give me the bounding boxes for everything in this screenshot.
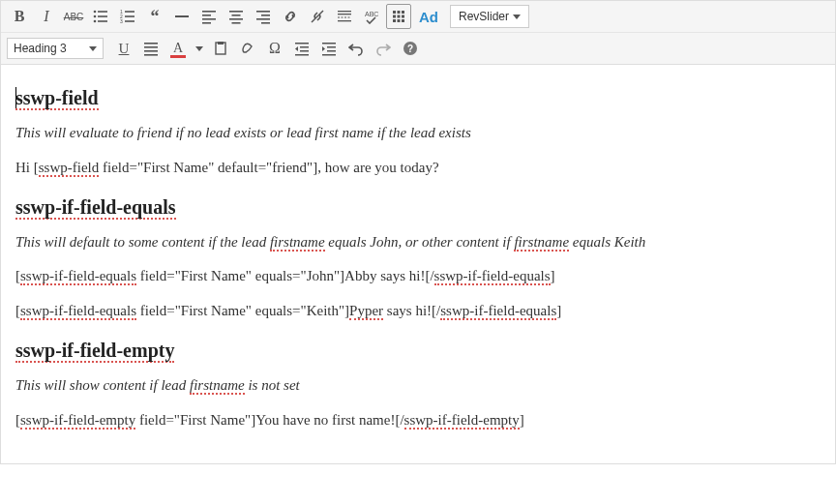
- svg-rect-23: [256, 18, 270, 20]
- svg-rect-16: [202, 22, 211, 24]
- svg-rect-50: [322, 43, 336, 44]
- svg-rect-46: [295, 43, 309, 44]
- svg-rect-19: [229, 18, 243, 20]
- svg-point-4: [94, 20, 97, 23]
- help-button[interactable]: ?: [398, 36, 423, 61]
- paragraph: This will show content if lead firstname…: [15, 375, 821, 397]
- align-center-button[interactable]: [224, 4, 249, 29]
- svg-rect-17: [229, 11, 243, 13]
- svg-rect-51: [327, 46, 336, 48]
- read-more-button[interactable]: [332, 4, 357, 29]
- svg-rect-52: [327, 50, 336, 52]
- svg-rect-37: [393, 19, 396, 22]
- svg-rect-20: [232, 22, 241, 24]
- hr-button[interactable]: [169, 4, 194, 29]
- indent-button[interactable]: [316, 36, 342, 61]
- bullet-list-button[interactable]: [88, 4, 113, 29]
- paragraph: [sswp-if-field-equals field="First Name"…: [15, 301, 821, 322]
- chevron-down-icon: [89, 46, 97, 51]
- svg-rect-34: [393, 15, 396, 18]
- svg-rect-53: [322, 54, 336, 56]
- special-char-button[interactable]: Ω: [262, 36, 287, 61]
- editor-content[interactable]: sswp-field This will evaluate to friend …: [0, 65, 836, 464]
- svg-text:ABC: ABC: [365, 11, 378, 17]
- svg-rect-29: [338, 20, 351, 21]
- heading-sswp-field: sswp-field: [15, 87, 821, 109]
- outdent-button[interactable]: [289, 36, 314, 61]
- svg-rect-5: [98, 20, 107, 22]
- svg-rect-11: [125, 20, 134, 22]
- svg-rect-35: [398, 15, 401, 18]
- blockquote-button[interactable]: “: [142, 4, 167, 29]
- svg-text:3: 3: [120, 18, 123, 24]
- svg-line-25: [312, 11, 323, 22]
- svg-rect-42: [144, 50, 158, 52]
- svg-rect-24: [261, 22, 270, 24]
- redo-button[interactable]: [371, 36, 396, 61]
- svg-point-0: [94, 11, 97, 14]
- svg-rect-27: [338, 14, 351, 15]
- align-right-button[interactable]: [251, 4, 276, 29]
- svg-rect-38: [398, 19, 401, 22]
- underline-button[interactable]: U: [111, 36, 136, 61]
- svg-rect-1: [98, 11, 107, 13]
- svg-rect-32: [398, 11, 401, 14]
- svg-rect-22: [261, 15, 270, 16]
- text-color-arrow[interactable]: [193, 36, 206, 61]
- svg-rect-45: [218, 42, 224, 44]
- paragraph: [sswp-if-field-equals field="First Name"…: [15, 266, 821, 287]
- svg-rect-48: [300, 50, 309, 52]
- heading-sswp-if-field-empty: sswp-if-field-empty: [15, 340, 821, 362]
- svg-rect-26: [338, 11, 351, 12]
- paragraph: This will evaluate to friend if no lead …: [15, 123, 821, 144]
- spellcheck-button[interactable]: ABC: [359, 4, 384, 29]
- format-select-label: Heading 3: [14, 42, 67, 55]
- svg-rect-36: [402, 15, 404, 18]
- clear-format-button[interactable]: [235, 36, 260, 61]
- strikethrough-button[interactable]: ABC: [61, 4, 86, 29]
- numbered-list-button[interactable]: 123: [115, 4, 140, 29]
- svg-rect-39: [402, 19, 404, 22]
- svg-rect-40: [144, 43, 158, 44]
- svg-rect-7: [125, 11, 134, 13]
- paragraph: [sswp-if-field-empty field="First Name"]…: [15, 410, 821, 431]
- undo-button[interactable]: [343, 36, 369, 61]
- svg-rect-9: [125, 15, 134, 17]
- chevron-down-icon: [195, 46, 203, 51]
- format-select[interactable]: Heading 3: [7, 38, 104, 59]
- revslider-label: RevSlider: [459, 10, 509, 23]
- italic-button[interactable]: I: [34, 4, 59, 29]
- paragraph: Hi [sswp-field field="First Name" defaul…: [15, 158, 821, 179]
- link-button[interactable]: [278, 4, 303, 29]
- paragraph: This will default to some content if the…: [15, 232, 821, 253]
- revslider-dropdown[interactable]: RevSlider: [450, 5, 529, 28]
- chevron-down-icon: [513, 15, 521, 19]
- heading-sswp-if-field-equals: sswp-if-field-equals: [15, 196, 821, 219]
- svg-rect-18: [232, 15, 241, 16]
- svg-rect-43: [144, 54, 158, 56]
- svg-rect-15: [202, 18, 216, 20]
- kitchen-sink-button[interactable]: [386, 4, 411, 29]
- svg-text:?: ?: [407, 44, 413, 54]
- text-color-button[interactable]: A: [165, 36, 191, 61]
- unlink-button[interactable]: [305, 4, 330, 29]
- svg-rect-13: [202, 11, 216, 13]
- bold-button[interactable]: B: [7, 4, 32, 29]
- svg-rect-12: [175, 15, 189, 17]
- toolbar-row-2: Heading 3 U A Ω ?: [1, 33, 835, 64]
- editor-container: B I ABC 123 “ ABC Ad RevSlider Heading 3…: [0, 0, 836, 464]
- paste-text-button[interactable]: [208, 36, 233, 61]
- svg-rect-47: [300, 46, 309, 48]
- svg-rect-14: [202, 15, 211, 16]
- svg-rect-41: [144, 46, 158, 48]
- svg-rect-49: [295, 54, 309, 56]
- toolbar-row-1: B I ABC 123 “ ABC Ad RevSlider: [1, 1, 835, 33]
- ad-button[interactable]: Ad: [413, 9, 444, 25]
- svg-rect-3: [98, 15, 107, 17]
- align-justify-button[interactable]: [138, 36, 164, 61]
- svg-rect-33: [402, 11, 404, 14]
- svg-rect-21: [256, 11, 270, 13]
- svg-rect-31: [393, 11, 396, 14]
- align-left-button[interactable]: [196, 4, 222, 29]
- svg-point-2: [94, 15, 97, 18]
